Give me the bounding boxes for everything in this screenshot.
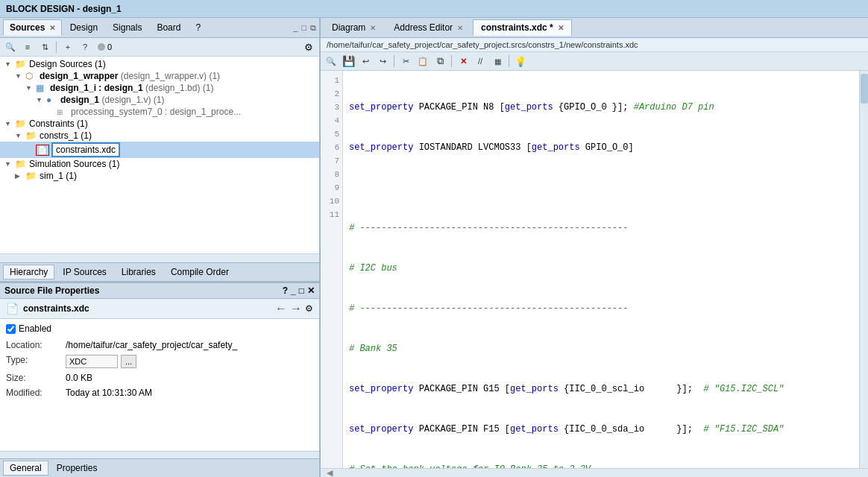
forward-btn[interactable]: → <box>290 302 302 315</box>
browse-button[interactable]: ... <box>121 355 136 368</box>
enabled-checkbox[interactable] <box>6 324 16 334</box>
editor-delete-btn[interactable]: ✕ <box>456 54 471 69</box>
tab-hierarchy[interactable]: Hierarchy <box>3 265 54 279</box>
icon-xdc: 📄 <box>36 145 49 156</box>
tree-view[interactable]: ▼ 📁 Design Sources (1) ▼ ⬡ design_1_wrap… <box>0 57 319 253</box>
h-scroll-props[interactable] <box>0 451 319 458</box>
arrow-simulation: ▼ <box>4 160 15 168</box>
tab-help[interactable]: ? <box>189 19 207 36</box>
tab-properties[interactable]: Properties <box>50 461 104 476</box>
tab-libraries[interactable]: Libraries <box>115 265 163 279</box>
tab-signals[interactable]: Signals <box>106 19 148 36</box>
props-gear-btn[interactable]: ⚙ <box>305 303 313 314</box>
prop-label-size: Size: <box>6 373 66 383</box>
maximize-btn[interactable]: □ <box>301 23 306 32</box>
tab-design[interactable]: Design <box>63 19 104 36</box>
editor-comment-btn[interactable]: // <box>473 54 488 69</box>
label-constraints: Constraints (1) <box>29 119 88 129</box>
ln-3: 3 <box>324 101 339 114</box>
tab-constraints-xdc[interactable]: constraints.xdc * ✕ <box>473 19 572 36</box>
h-scroll-sources[interactable] <box>0 253 319 262</box>
editor-save-btn[interactable]: 💾 <box>341 54 356 69</box>
label-constrs1: constrs_1 (1) <box>40 130 92 141</box>
ln-11: 11 <box>324 208 339 221</box>
label-simulation: Simulation Sources (1) <box>29 159 119 169</box>
toolbar-separator <box>56 41 57 53</box>
editor-cut-btn[interactable]: ✂ <box>398 54 413 69</box>
vscroll-thumb[interactable] <box>861 74 868 104</box>
tab-address-editor[interactable]: Address Editor ✕ <box>386 19 471 36</box>
tree-item-constrs1[interactable]: ▼ 📁 constrs_1 (1) <box>0 130 319 142</box>
label-xdc: constraints.xdc <box>51 142 120 157</box>
prop-row-location: Location: /home/taifur/car_safety_projec… <box>6 340 313 350</box>
tree-item-design-sources[interactable]: ▼ 📁 Design Sources (1) <box>0 58 319 70</box>
tree-item-constraints[interactable]: ▼ 📁 Constraints (1) <box>0 118 319 130</box>
tab-compile-order[interactable]: Compile Order <box>164 265 236 279</box>
tab-diagram-close[interactable]: ✕ <box>370 24 376 32</box>
arrow-design1i: ▼ <box>25 84 36 92</box>
editor-copy-btn[interactable]: 📋 <box>415 54 430 69</box>
editor-sep2 <box>451 55 452 67</box>
prop-label-type: Type: <box>6 355 66 365</box>
props-close-btn[interactable]: ✕ <box>307 285 315 296</box>
tab-xdc-close[interactable]: ✕ <box>558 24 564 32</box>
icon-ps7: ⊞ <box>57 108 69 116</box>
label-wrapper: design_1_wrapper (design_1_wrapper.v) (1… <box>40 71 220 81</box>
props-help-btn[interactable]: ? <box>283 285 288 296</box>
minimize-btn[interactable]: _ <box>293 23 298 32</box>
h-scroll-arrow-left[interactable]: ◀ <box>324 468 333 477</box>
code-line-9: set_property PACKAGE_PIN F15 [get_ports … <box>349 423 853 436</box>
code-line-7: # Bank 35 <box>349 342 853 356</box>
file-name-bar: 📄 constraints.xdc ← → ⚙ <box>0 299 319 319</box>
tree-item-wrapper[interactable]: ▼ ⬡ design_1_wrapper (design_1_wrapper.v… <box>0 70 319 82</box>
tab-sources[interactable]: Sources ✕ <box>3 19 62 36</box>
type-input[interactable] <box>66 355 118 368</box>
editor-vscrollbar[interactable] <box>859 71 868 468</box>
props-content: Enabled Location: /home/taifur/car_safet… <box>0 319 319 451</box>
tab-address-close[interactable]: ✕ <box>457 24 463 32</box>
arrow-wrapper: ▼ <box>15 72 25 80</box>
ln-6: 6 <box>324 141 339 154</box>
status-indicator: 0 <box>98 42 112 51</box>
props-maximize-btn[interactable]: □ <box>299 285 304 296</box>
tree-item-simulation[interactable]: ▼ 📁 Simulation Sources (1) <box>0 158 319 170</box>
tree-item-ps7[interactable]: ⊞ processing_system7_0 : design_1_proce.… <box>0 106 319 118</box>
editor-bulb-btn[interactable]: 💡 <box>513 54 528 69</box>
arrow-constrs1: ▼ <box>15 132 25 139</box>
collapse-button[interactable]: ≡ <box>20 40 35 54</box>
code-line-10: # Set the bank voltage for IO Bank 35 to… <box>349 463 853 468</box>
arrow-constraints: ▼ <box>4 120 15 127</box>
float-btn[interactable]: ⧉ <box>310 23 316 33</box>
ln-8: 8 <box>324 168 339 181</box>
tab-ip-sources[interactable]: IP Sources <box>56 265 113 279</box>
tab-diagram[interactable]: Diagram ✕ <box>324 19 384 36</box>
editor-undo-btn[interactable]: ↩ <box>358 54 373 69</box>
tree-item-sim1[interactable]: ▶ 📁 sim_1 (1) <box>0 170 319 182</box>
status-count: 0 <box>107 42 112 51</box>
props-minimize-btn[interactable]: _ <box>291 285 296 296</box>
tree-item-xdc[interactable]: 📄 constraints.xdc <box>0 142 319 158</box>
editor-paste-btn[interactable]: ⧉ <box>433 54 447 69</box>
tab-general[interactable]: General <box>3 461 48 476</box>
editor-block-btn[interactable]: ▦ <box>490 54 505 69</box>
code-line-8: set_property PACKAGE_PIN G15 [get_ports … <box>349 382 853 396</box>
file-icon: 📄 <box>6 303 19 315</box>
icon-constrs1: 📁 <box>25 130 37 141</box>
arrow-design1: ▼ <box>36 96 46 104</box>
tab-sources-close[interactable]: ✕ <box>49 24 55 32</box>
expand-button[interactable]: ⇅ <box>37 40 52 54</box>
search-button[interactable]: 🔍 <box>3 40 18 54</box>
label-sim1: sim_1 (1) <box>40 171 77 181</box>
prop-row-type: Type: ... <box>6 355 313 368</box>
info-button[interactable]: ? <box>78 40 92 54</box>
source-bottom-tabs: Hierarchy IP Sources Libraries Compile O… <box>0 262 319 282</box>
tab-board[interactable]: Board <box>150 19 187 36</box>
editor-search-btn[interactable]: 🔍 <box>324 54 339 69</box>
tree-item-design1[interactable]: ▼ ● design_1 (design_1.v) (1) <box>0 94 319 106</box>
gear-button[interactable]: ⚙ <box>301 40 316 54</box>
back-btn[interactable]: ← <box>275 302 287 315</box>
tree-item-design1i[interactable]: ▼ ▦ design_1_i : design_1 (design_1.bd) … <box>0 82 319 94</box>
editor-redo-btn[interactable]: ↪ <box>375 54 390 69</box>
add-button[interactable]: + <box>60 40 75 54</box>
code-area[interactable]: set_property PACKAGE_PIN N8 [get_ports {… <box>343 71 859 468</box>
